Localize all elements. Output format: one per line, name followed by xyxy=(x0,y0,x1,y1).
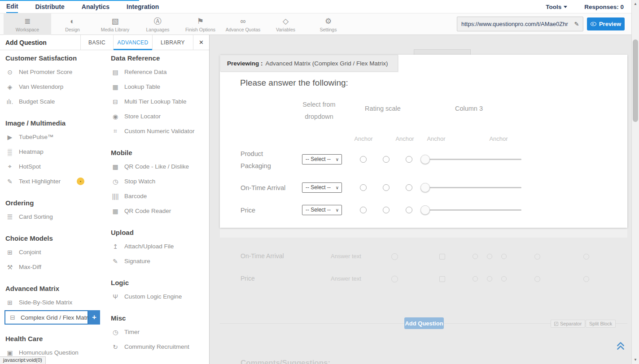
scroll-to-top-icon[interactable] xyxy=(616,341,626,352)
matrix-select-dropdown[interactable]: -- Select -- xyxy=(302,182,342,193)
toolbar-item-languages[interactable]: ⒶLanguages xyxy=(136,13,179,35)
tab-library[interactable]: LIBRARY xyxy=(152,35,193,50)
matrix-radio[interactable] xyxy=(383,184,390,191)
multi-tier-lookup-icon: ⊟ xyxy=(111,98,120,105)
matrix-radio[interactable] xyxy=(383,207,390,213)
dimmed-radio xyxy=(473,276,478,282)
matrix-slider-track xyxy=(421,187,521,188)
sidebar-item-lookup-table[interactable]: ▦Lookup Table xyxy=(111,79,210,94)
matrix-radio[interactable] xyxy=(360,184,367,191)
sidebar-item-max-diff[interactable]: ⚒Max-Diff xyxy=(5,260,105,274)
sidebar-item-van-westendorp[interactable]: ◈Van Westendorp xyxy=(5,79,105,94)
sidebar-item-multi-tier-lookup-table[interactable]: ⊟Multi Tier Lookup Table xyxy=(111,94,210,109)
matrix-select-dropdown[interactable]: -- Select -- xyxy=(302,205,342,215)
panel-title: Add Question xyxy=(5,35,47,50)
toolbar-item-advance-quotas[interactable]: ∞Advance Quotas xyxy=(222,13,264,35)
sidebar-item-label: Complex Grid / Flex Matrix xyxy=(21,314,92,321)
tab-basic[interactable]: BASIC xyxy=(80,35,113,50)
section-title: Image / Multimedia xyxy=(5,119,105,128)
sidebar-item-card-sorting[interactable]: ☰Card Sorting xyxy=(5,209,105,224)
toolbar-item-finish-options[interactable]: ⚑Finish Options xyxy=(179,13,222,35)
question-section: Customer Satisfaction⊙Net Promoter Score… xyxy=(0,54,105,109)
sidebar-item-timer[interactable]: ◷Timer xyxy=(111,325,210,339)
anchor-label: Anchor xyxy=(427,135,445,142)
sidebar-item-label: Heatmap xyxy=(19,148,44,155)
matrix-slider-handle[interactable] xyxy=(420,205,430,215)
toolbar-item-media-library[interactable]: ▧Media Library xyxy=(94,13,136,35)
matrix-slider-handle[interactable] xyxy=(420,183,430,192)
sidebar-item-attach-upload-file[interactable]: ↥Attach/Upload File xyxy=(111,239,210,254)
nav-item-analytics[interactable]: Analytics xyxy=(82,1,109,13)
scrollbar-up-icon[interactable]: ▲ xyxy=(632,0,639,8)
toolbar-item-workspace[interactable]: ≣Workspace xyxy=(4,13,51,35)
matrix-radio[interactable] xyxy=(383,156,390,163)
matrix-radio[interactable] xyxy=(360,156,367,163)
sidebar-item-label: Stop Watch xyxy=(124,178,155,185)
tools-menu[interactable]: Tools xyxy=(546,4,567,10)
nav-item-distribute[interactable]: Distribute xyxy=(35,1,64,13)
dimmed-row-label: On-Time Arrival xyxy=(241,252,284,260)
nav-item-edit[interactable]: Edit xyxy=(6,0,18,13)
sidebar-item-custom-numeric-validator[interactable]: ⌗Custom Numeric Validator xyxy=(111,124,210,139)
question-section: Advanced Matrix⊞Side-By-Side Matrix⊟Comp… xyxy=(0,284,105,325)
matrix-select-dropdown[interactable]: -- Select -- xyxy=(302,154,342,165)
chevron-down-icon xyxy=(564,6,567,8)
dimmed-row-label: Price xyxy=(241,275,255,282)
sidebar-item-label: Reference Data xyxy=(124,69,167,75)
sidebar-item-store-locator[interactable]: ◉Store Locator xyxy=(111,109,210,124)
separator-toggle[interactable]: ✓ Separator xyxy=(551,320,585,328)
toolbar-item-label: Variables xyxy=(276,27,295,32)
toolbar-item-settings[interactable]: ⚙Settings xyxy=(307,13,350,35)
sidebar-item-label: TubePulse™ xyxy=(19,134,54,140)
sidebar-item-stop-watch[interactable]: ◷Stop Watch xyxy=(111,174,210,189)
sidebar-item-reference-data[interactable]: ▤Reference Data xyxy=(111,65,210,79)
sidebar-item-community-recruitment[interactable]: ↻Community Recruitment xyxy=(111,339,210,354)
sidebar-item-complex-grid-flex-matrix[interactable]: ⊟Complex Grid / Flex Matrix xyxy=(4,310,88,325)
split-block-button[interactable]: Split Block xyxy=(586,320,616,328)
add-question-button[interactable]: Add Question xyxy=(404,317,444,329)
matrix-radio[interactable] xyxy=(406,184,412,191)
sidebar-item-custom-logic-engine[interactable]: ΨCustom Logic Engine xyxy=(111,289,210,304)
gear-icon: ⚙ xyxy=(325,17,332,26)
preview-button[interactable]: Preview xyxy=(587,17,625,30)
dimmed-radio xyxy=(473,254,478,259)
matrix-radio[interactable] xyxy=(406,156,412,163)
survey-url-field[interactable]: https://www.questionpro.com/t/AMae0Zhr ✎ xyxy=(457,17,583,31)
dimmed-radio xyxy=(391,253,398,260)
sidebar-item-net-promoter-score[interactable]: ⊙Net Promoter Score xyxy=(5,65,105,79)
section-title: Upload xyxy=(111,228,210,237)
question-section: Image / Multimedia▶TubePulse™▒Heatmap⌖Ho… xyxy=(0,119,105,189)
sidebar-item-barcode[interactable]: ||||Barcode xyxy=(111,189,210,204)
sidebar-item-text-highlighter[interactable]: ✎Text Highlighter▪ xyxy=(5,174,105,189)
matrix-radio[interactable] xyxy=(360,207,367,213)
page-scrollbar[interactable]: ▲ ▼ xyxy=(631,0,639,364)
nav-item-integration[interactable]: Integration xyxy=(127,1,159,13)
toolbar-item-design[interactable]: ◐Design xyxy=(51,13,94,35)
pencil-icon[interactable]: ✎ xyxy=(570,21,583,27)
sidebar-item-qr-code-reader[interactable]: ▦QR Code Reader xyxy=(111,204,210,218)
sidebar-item-qr-code-like-dislike[interactable]: ▩QR Code - Like / Dislike xyxy=(111,159,210,174)
matrix-slider-handle[interactable] xyxy=(420,155,430,164)
toolbar-item-variables[interactable]: ◇Variables xyxy=(264,13,307,35)
section-title: Advanced Matrix xyxy=(5,284,105,293)
matrix-radio[interactable] xyxy=(406,207,412,213)
sidebar-item-hotspot[interactable]: ⌖HotSpot xyxy=(5,159,105,174)
responses-counter[interactable]: Responses: 0 xyxy=(584,4,624,10)
tab-advanced[interactable]: ADVANCED xyxy=(113,35,152,50)
scrollbar-down-icon[interactable]: ▼ xyxy=(632,356,639,364)
conjoint-icon: ⊞ xyxy=(5,249,14,256)
add-selected-question-button[interactable]: + xyxy=(88,310,100,325)
sidebar-item-side-by-side-matrix[interactable]: ⊞Side-By-Side Matrix xyxy=(5,295,105,310)
sidebar-item-heatmap[interactable]: ▒Heatmap xyxy=(5,144,105,159)
sidebar-item-conjoint[interactable]: ⊞Conjoint xyxy=(5,245,105,260)
scrollbar-thumb[interactable] xyxy=(633,39,638,122)
highlighter-icon: ✎ xyxy=(5,178,14,185)
anchor-label: Anchor xyxy=(489,135,508,142)
close-panel-button[interactable]: ✕ xyxy=(193,35,209,50)
sidebar-item-budget-scale[interactable]: ılı.Budget Scale xyxy=(5,94,105,109)
timer-icon: ◷ xyxy=(111,329,120,336)
dimmed-radio xyxy=(534,276,540,282)
sidebar-item-tubepulse[interactable]: ▶TubePulse™ xyxy=(5,130,105,144)
sidebar-item-signature[interactable]: ✎Signature xyxy=(111,254,210,269)
sidebar-item-label: Store Locator xyxy=(124,113,161,120)
